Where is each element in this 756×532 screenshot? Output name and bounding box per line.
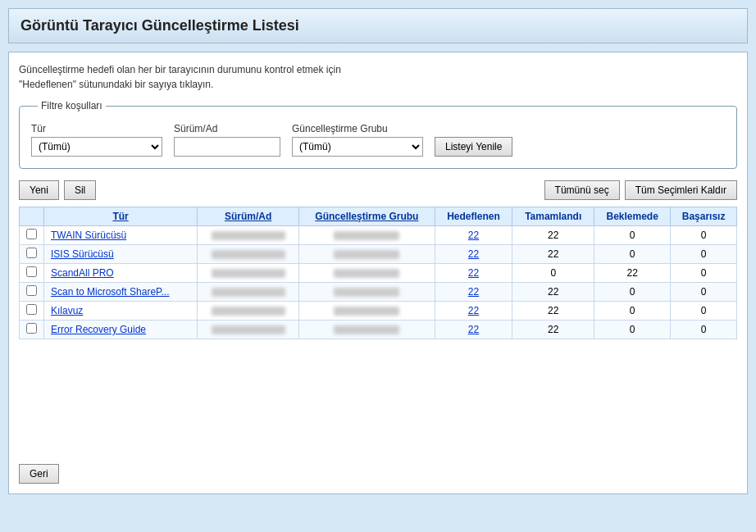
new-button[interactable]: Yeni xyxy=(19,180,59,200)
back-button[interactable]: Geri xyxy=(19,464,59,484)
group-cell xyxy=(299,264,435,283)
table-row: ScandAll PRO220220 xyxy=(20,264,737,283)
col-checkbox xyxy=(20,207,44,226)
group-filter-label: Güncelleştirme Grubu xyxy=(292,123,423,134)
table-row: Scan to Microsoft ShareP...222200 xyxy=(20,283,737,302)
completed-cell: 22 xyxy=(512,302,594,321)
col-targeted: Hedeflenen xyxy=(435,207,512,226)
pending-cell: 22 xyxy=(594,264,671,283)
type-link[interactable]: Error Recovery Guide xyxy=(51,324,146,335)
group-cell xyxy=(299,226,435,245)
version-cell xyxy=(198,321,299,339)
type-link[interactable]: Scan to Microsoft ShareP... xyxy=(51,286,170,298)
table-row: Kılavuz222200 xyxy=(20,302,737,321)
table-row: TWAIN Sürücüsü222200 xyxy=(20,226,737,245)
group-cell xyxy=(299,321,435,339)
targeted-link[interactable]: 22 xyxy=(468,286,479,298)
page-description: Güncelleştirme hedefi olan her bir taray… xyxy=(19,62,737,92)
group-cell xyxy=(299,302,435,321)
footer: Geri xyxy=(19,456,737,484)
pending-cell: 0 xyxy=(594,321,671,339)
col-group[interactable]: Güncelleştirme Grubu xyxy=(299,207,435,226)
failed-cell: 0 xyxy=(671,302,737,321)
targeted-cell[interactable]: 22 xyxy=(435,321,512,339)
targeted-cell[interactable]: 22 xyxy=(435,226,512,245)
table-row: ISIS Sürücüsü222200 xyxy=(20,245,737,264)
refresh-button[interactable]: Listeyi Yenile xyxy=(435,137,512,157)
pending-cell: 0 xyxy=(594,302,671,321)
version-filter-input[interactable] xyxy=(174,137,280,157)
row-checkbox[interactable] xyxy=(26,304,37,315)
table-row: Error Recovery Guide222200 xyxy=(20,321,737,339)
version-cell xyxy=(198,302,299,321)
type-filter-select[interactable]: (Tümü) xyxy=(31,137,162,157)
toolbar: Yeni Sil Tümünü seç Tüm Seçimleri Kaldır xyxy=(19,180,737,200)
targeted-link[interactable]: 22 xyxy=(468,267,479,279)
completed-cell: 22 xyxy=(512,283,594,302)
page-title: Görüntü Tarayıcı Güncelleştirme Listesi xyxy=(20,17,736,34)
col-pending: Beklemede xyxy=(594,207,671,226)
group-cell xyxy=(299,283,435,302)
completed-cell: 22 xyxy=(512,226,594,245)
targeted-link[interactable]: 22 xyxy=(468,305,479,316)
filter-legend: Filtre koşulları xyxy=(38,100,106,111)
select-all-button[interactable]: Tümünü seç xyxy=(544,180,620,200)
col-completed: Tamamlandı xyxy=(512,207,594,226)
version-cell xyxy=(198,283,299,302)
targeted-link[interactable]: 22 xyxy=(468,248,479,260)
version-cell xyxy=(198,264,299,283)
failed-cell: 0 xyxy=(671,226,737,245)
row-checkbox[interactable] xyxy=(26,285,37,296)
version-filter-label: Sürüm/Ad xyxy=(174,123,280,134)
failed-cell: 0 xyxy=(671,283,737,302)
delete-button[interactable]: Sil xyxy=(64,180,96,200)
targeted-link[interactable]: 22 xyxy=(468,230,479,241)
col-version[interactable]: Sürüm/Ad xyxy=(198,207,299,226)
pending-cell: 0 xyxy=(594,245,671,264)
failed-cell: 0 xyxy=(671,264,737,283)
pending-cell: 0 xyxy=(594,283,671,302)
type-link[interactable]: TWAIN Sürücüsü xyxy=(51,230,126,241)
clear-all-button[interactable]: Tüm Seçimleri Kaldır xyxy=(625,180,737,200)
targeted-cell[interactable]: 22 xyxy=(435,264,512,283)
row-checkbox[interactable] xyxy=(26,248,37,258)
type-link[interactable]: ISIS Sürücüsü xyxy=(51,248,114,260)
col-failed: Başarısız xyxy=(671,207,737,226)
failed-cell: 0 xyxy=(671,321,737,339)
col-type[interactable]: Tür xyxy=(44,207,198,226)
row-checkbox[interactable] xyxy=(26,323,37,334)
completed-cell: 22 xyxy=(512,245,594,264)
pending-cell: 0 xyxy=(594,226,671,245)
targeted-cell[interactable]: 22 xyxy=(435,283,512,302)
version-cell xyxy=(198,226,299,245)
row-checkbox[interactable] xyxy=(26,229,37,239)
version-cell xyxy=(198,245,299,264)
group-filter-select[interactable]: (Tümü) xyxy=(292,137,423,157)
type-link[interactable]: Kılavuz xyxy=(51,305,83,316)
completed-cell: 22 xyxy=(512,321,594,339)
type-link[interactable]: ScandAll PRO xyxy=(51,267,114,279)
filter-section: Filtre koşulları Tür (Tümü) Sürüm/Ad Gün… xyxy=(19,100,737,169)
type-filter-label: Tür xyxy=(31,123,162,134)
targeted-cell[interactable]: 22 xyxy=(435,302,512,321)
targeted-cell[interactable]: 22 xyxy=(435,245,512,264)
row-checkbox[interactable] xyxy=(26,266,37,277)
update-table: Tür Sürüm/Ad Güncelleştirme Grubu Hedefl… xyxy=(19,207,737,339)
group-cell xyxy=(299,245,435,264)
completed-cell: 0 xyxy=(512,264,594,283)
targeted-link[interactable]: 22 xyxy=(468,324,479,335)
failed-cell: 0 xyxy=(671,245,737,264)
